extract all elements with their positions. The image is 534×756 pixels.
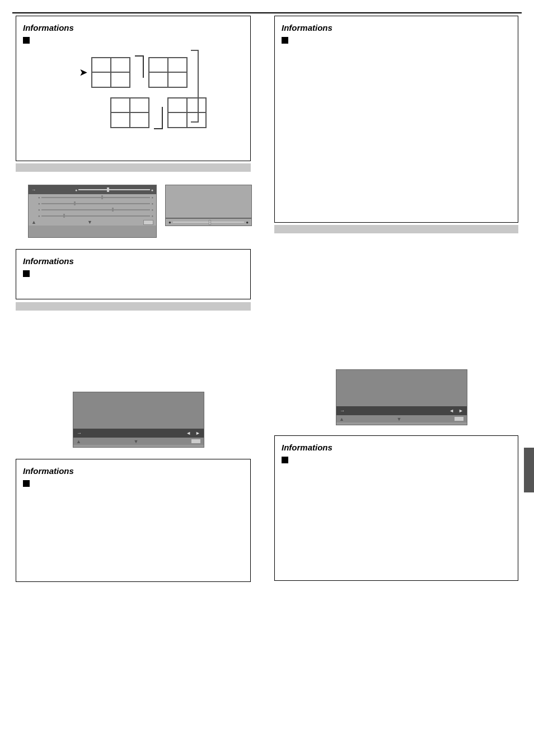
selected-row-2: → ◄ ► <box>336 406 467 415</box>
page-layout: Informations ➤ <box>0 0 534 756</box>
connector-bottom-right <box>154 107 163 129</box>
grid-cell <box>111 58 130 73</box>
footer-box-2 <box>454 416 464 421</box>
horizontal-slider <box>173 222 244 223</box>
grid-cell <box>149 72 168 87</box>
slider-dot-left: ● <box>168 220 171 225</box>
bottom-left-title: Informations <box>23 466 243 476</box>
grid-cell <box>111 112 130 128</box>
grid-cell <box>92 58 111 73</box>
footer-down-icon: ▼ <box>87 219 92 225</box>
grid-cell <box>168 72 187 87</box>
footer-box <box>191 439 201 444</box>
grid-box-2 <box>148 57 188 88</box>
navigation-arrows-2: ◄ ► <box>449 408 463 414</box>
grid-cell <box>111 72 130 87</box>
right-edge-tab[interactable] <box>524 448 534 492</box>
mid-left-square <box>23 270 30 277</box>
bracket-right <box>191 50 199 123</box>
bottom-right-square <box>282 457 288 463</box>
bottom-right-info-panel: Informations <box>274 435 518 581</box>
mid-left-title: Informations <box>23 256 243 266</box>
menu-slider-5: ● ● <box>38 214 153 218</box>
footer-down-2: ▼ <box>397 416 402 422</box>
grid-cell <box>168 112 187 128</box>
large-menu-header-area-2 <box>336 370 467 406</box>
slider-thumb <box>209 220 211 225</box>
grid-box-4 <box>167 97 207 128</box>
grid-cell <box>130 98 149 113</box>
mid-left-ui-screenshot: → ● ● ● ● ● <box>28 185 157 238</box>
top-left-info-panel: Informations ➤ <box>16 16 251 161</box>
bottom-footer-2: ▲ ▼ <box>336 415 467 422</box>
menu-header-arrow: → <box>31 187 36 192</box>
menu-header-selected: → ● ● <box>29 185 156 194</box>
small-slider-control: ● ● <box>165 218 252 226</box>
grid-cell <box>149 58 168 73</box>
grid-cell <box>168 58 187 73</box>
bottom-right-title: Informations <box>282 443 511 452</box>
menu-row-2: ● ● <box>29 194 156 200</box>
menu-footer: ▲ ▼ <box>29 219 156 226</box>
bottom-left-info-panel: Informations <box>16 459 251 582</box>
top-right-divider-bar <box>274 225 518 233</box>
grid-box-1 <box>91 57 130 88</box>
nav-left-arrow[interactable]: ◄ <box>186 430 191 436</box>
bottom-left-ui-screenshot: → ◄ ► ▲ ▼ <box>73 392 204 448</box>
selected-row-arrow: → <box>77 430 82 436</box>
grid-cell <box>92 72 111 87</box>
nav-right-arrow[interactable]: ► <box>195 430 200 436</box>
bottom-right-ui-screenshot: → ◄ ► ▲ ▼ <box>336 369 467 425</box>
menu-row-5: ● ● <box>29 213 156 219</box>
navigation-arrows: ◄ ► <box>186 430 200 436</box>
grid-cell <box>111 98 130 113</box>
slider-dot-right: ● <box>246 220 249 225</box>
selected-row: → ◄ ► <box>73 429 204 438</box>
menu-slider-1: ● ● <box>75 188 153 192</box>
top-right-square <box>282 37 288 44</box>
grid-box-3 <box>110 97 149 128</box>
connector-top-right <box>135 55 144 78</box>
top-left-square <box>23 37 30 44</box>
top-left-divider-bar <box>16 163 251 172</box>
menu-slider-4: ● ● <box>38 208 153 212</box>
nav-left-arrow-2[interactable]: ◄ <box>449 408 454 414</box>
large-menu-header-area <box>73 392 204 429</box>
diagram-row-1: ➤ <box>79 55 188 89</box>
footer-up: ▲ <box>76 439 81 444</box>
top-right-info-panel: Informations <box>274 16 518 223</box>
menu-row-4: ● ● <box>29 206 156 213</box>
top-right-title: Informations <box>282 23 511 32</box>
grid-cell <box>168 98 187 113</box>
bottom-footer: ▲ ▼ <box>73 438 204 445</box>
grid-cell <box>130 112 149 128</box>
footer-up-2: ▲ <box>339 416 344 422</box>
top-border <box>12 12 522 13</box>
mid-right-gray-area <box>165 185 252 218</box>
mid-left-divider-bar <box>16 302 251 311</box>
nav-right-arrow-2[interactable]: ► <box>458 408 463 414</box>
diagram-area: ➤ <box>23 50 243 135</box>
footer-up-icon: ▲ <box>31 219 36 225</box>
menu-row-3: ● ● <box>29 200 156 206</box>
top-left-title: Informations <box>23 23 243 32</box>
footer-small-box <box>143 220 153 225</box>
menu-slider-3: ● ● <box>38 202 153 205</box>
bottom-left-square <box>23 480 30 487</box>
menu-slider-2: ● ● <box>38 196 153 199</box>
mid-left-info-panel: Informations <box>16 249 251 299</box>
footer-down: ▼ <box>134 439 139 444</box>
selected-row-arrow-2: → <box>340 408 345 414</box>
diagram-arrow-right: ➤ <box>79 67 87 78</box>
